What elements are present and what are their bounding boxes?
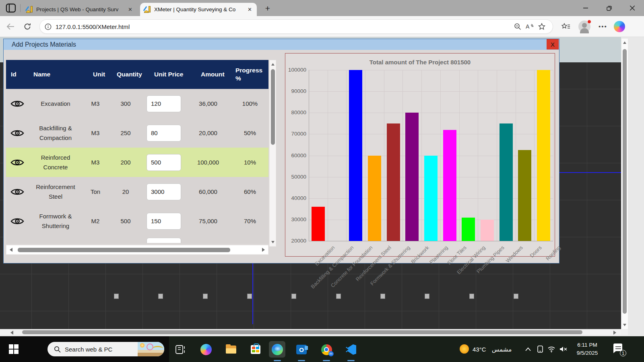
weather-sun-icon[interactable] — [460, 344, 469, 354]
restore-button[interactable] — [597, 0, 621, 16]
weather-temp[interactable]: 43°C — [473, 346, 486, 353]
unit-price-input[interactable] — [147, 154, 181, 171]
tab-close-icon[interactable]: ✕ — [127, 6, 133, 12]
taskbar-search[interactable]: Search web & PC — [47, 342, 164, 356]
material-name: Reinforcement Steel — [29, 182, 83, 201]
tab-close-icon[interactable]: ✕ — [247, 6, 253, 12]
x-category-label: Roofing — [545, 245, 561, 261]
file-explorer-icon[interactable] — [225, 343, 237, 356]
scroll-up-arrow[interactable] — [623, 41, 626, 44]
view-eye-icon[interactable] — [6, 158, 29, 167]
settings-more-icon[interactable]: ••• — [597, 21, 609, 32]
volume-muted-icon[interactable] — [559, 345, 568, 353]
new-tab-button[interactable]: + — [262, 3, 273, 14]
microsoft-store-icon[interactable] — [249, 343, 262, 356]
unit-price-input[interactable] — [147, 95, 181, 112]
time-text: 6:11 PM — [568, 341, 606, 349]
tab-xmeter[interactable]: XMeter | Quantity Surveying & Co ✕ — [140, 3, 257, 16]
scrollbar-thumb[interactable] — [18, 248, 230, 252]
table-row-reinforced-concrete[interactable]: Reinforced ConcreteM3200100,00010% — [6, 148, 268, 177]
page-horizontal-scrollbar[interactable] — [0, 329, 621, 335]
view-eye-icon[interactable] — [6, 217, 29, 226]
close-window-button[interactable] — [621, 0, 644, 16]
canvas-handle[interactable] — [336, 294, 341, 299]
view-eye-icon[interactable] — [6, 187, 29, 196]
weather-description[interactable]: مشمس — [492, 346, 512, 353]
notification-center-icon[interactable]: 1 — [613, 343, 625, 355]
canvas-handle[interactable] — [247, 294, 252, 299]
window-controls — [574, 0, 644, 16]
address-bar[interactable]: 127.0.0.1:5500/XMeter.html A — [39, 19, 553, 34]
search-placeholder: Search web & PC — [65, 346, 138, 353]
canvas-handle[interactable] — [203, 294, 208, 299]
favorites-bar-icon[interactable] — [560, 21, 572, 32]
scrollbar-thumb[interactable] — [22, 330, 582, 334]
scroll-left-arrow[interactable] — [10, 331, 13, 335]
scroll-right-arrow[interactable] — [262, 248, 265, 252]
material-progress: 10% — [231, 159, 268, 166]
table-row-excavation[interactable]: ExcavationM330036,000100% — [6, 89, 268, 118]
profile-notification-dot — [587, 20, 591, 24]
running-indicator-vscode — [347, 360, 355, 361]
tab-actions-icon[interactable] — [6, 3, 16, 13]
table-vertical-scrollbar[interactable] — [269, 60, 276, 247]
outlook-icon[interactable]: O — [295, 343, 308, 356]
edge-icon[interactable] — [269, 341, 285, 358]
canvas-handle[interactable] — [380, 294, 385, 299]
clock[interactable]: 6:11 PM 9/5/2025 — [568, 341, 606, 358]
start-button[interactable] — [9, 344, 19, 354]
modal-titlebar[interactable]: Add Projects Materials X — [4, 39, 559, 50]
tray-chevron-up-icon[interactable] — [523, 345, 533, 353]
zoom-out-icon[interactable] — [512, 21, 524, 33]
chrome-icon[interactable]: m — [320, 343, 333, 356]
copilot-icon[interactable] — [614, 21, 625, 32]
canvas-handle[interactable] — [291, 294, 296, 299]
table-horizontal-scrollbar[interactable] — [6, 245, 268, 255]
unit-price-input-partial[interactable] — [147, 238, 181, 243]
canvas-handle[interactable] — [469, 294, 474, 299]
unit-price-input[interactable] — [147, 125, 181, 142]
scroll-left-arrow[interactable] — [10, 248, 12, 252]
read-aloud-icon[interactable]: A — [524, 21, 536, 33]
wifi-icon[interactable] — [547, 345, 556, 353]
page-vertical-scrollbar[interactable] — [621, 39, 628, 329]
view-eye-icon[interactable] — [6, 129, 29, 138]
scroll-down-arrow[interactable] — [623, 324, 626, 326]
canvas-handle[interactable] — [114, 294, 119, 299]
view-eye-icon[interactable] — [6, 99, 29, 108]
notification-count-badge: 1 — [620, 350, 626, 356]
table-row-reinforcement-steel[interactable]: Reinforcement SteelTon2060,00060% — [6, 177, 268, 206]
task-view-icon[interactable] — [174, 343, 187, 356]
phone-link-icon[interactable] — [535, 345, 545, 353]
modal-close-button[interactable]: X — [547, 39, 559, 49]
scrollbar-thumb[interactable] — [271, 69, 275, 145]
scroll-up-arrow[interactable] — [271, 63, 275, 66]
back-icon[interactable] — [5, 21, 16, 32]
favorite-star-icon[interactable] — [536, 21, 548, 33]
canvas-handle[interactable] — [514, 294, 518, 299]
profile-avatar[interactable] — [578, 21, 590, 33]
vscode-icon[interactable] — [345, 343, 357, 356]
material-amount: 60,000 — [185, 188, 231, 195]
tab-projects[interactable]: Projects | QS Web - Quantity Surv ✕ — [22, 3, 137, 16]
canvas-handle[interactable] — [425, 294, 429, 299]
canvas-handle[interactable] — [158, 294, 163, 299]
copilot-taskbar-icon[interactable] — [200, 343, 213, 356]
scrollbar-thumb[interactable] — [623, 49, 627, 314]
scroll-right-arrow[interactable] — [613, 331, 616, 335]
material-name: Excavation — [29, 99, 83, 108]
site-info-icon[interactable] — [45, 23, 52, 30]
unit-price-input[interactable] — [147, 183, 181, 200]
minimize-button[interactable] — [574, 0, 597, 16]
column-header-unit-price: Unit Price — [143, 70, 185, 78]
material-quantity: 500 — [108, 218, 143, 224]
table-row-formwork-shuttering[interactable]: Formwork & ShutteringM250075,00070% — [6, 206, 268, 236]
column-header-amount: Amount — [185, 70, 231, 78]
bar-plastering — [424, 156, 438, 241]
unit-price-input[interactable] — [147, 213, 181, 230]
y-tick-label: 20000 — [285, 238, 306, 244]
table-row-backfilling-compaction[interactable]: Backfilling & CompactionM325020,00050% — [6, 118, 268, 148]
reload-icon[interactable] — [22, 21, 33, 32]
bar-floor-tiles — [443, 130, 456, 241]
scroll-down-arrow[interactable] — [271, 241, 275, 243]
